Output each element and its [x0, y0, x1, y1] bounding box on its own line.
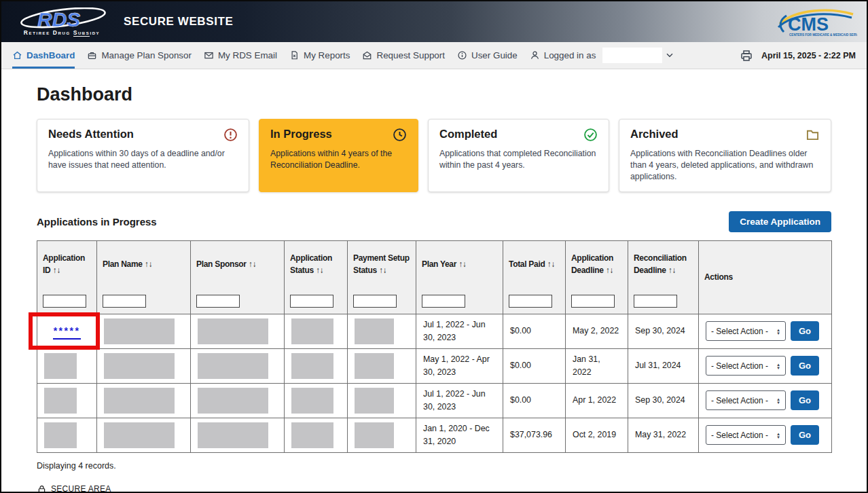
table-row: ***** Jul 1, 2022 - Jun 30, 2023 $0.00 M… [37, 314, 832, 348]
main-navigation: DashBoard Manage Plan Sponsor My RDS Ema… [1, 42, 867, 69]
create-application-button[interactable]: Create Application [729, 211, 831, 232]
column-header-plan-name[interactable]: Plan Name ↑↓ [97, 240, 191, 288]
page-title: Dashboard [37, 84, 831, 105]
main-content: Dashboard Needs Attention Applications w… [1, 69, 867, 493]
go-button[interactable]: Go [791, 321, 819, 341]
filter-cell [566, 288, 628, 314]
plan-name-cell [97, 383, 191, 418]
select-caret-icon: ▲▼ [776, 328, 780, 335]
application-status-cell [285, 314, 348, 348]
sort-icon: ↑↓ [379, 266, 386, 275]
actions-cell: - Select Action -▲▼Go [699, 314, 832, 348]
payment-setup-status-cell [348, 348, 416, 383]
cms-logo-subtitle: CENTERS FOR MEDICARE & MEDICAID SERVICES [789, 33, 857, 37]
nav-item-dashboard[interactable]: DashBoard [12, 42, 75, 69]
action-select[interactable]: - Select Action -▲▼ [706, 425, 786, 445]
current-datetime: April 15, 2025 - 2:22 PM [761, 51, 856, 60]
payment-setup-status-cell [348, 314, 416, 348]
site-label: SECURE WEBSITE [124, 15, 233, 29]
reconciliation-deadline-cell: May 31, 2022 [628, 418, 699, 452]
card-needs-attention[interactable]: Needs Attention Applications within 30 d… [37, 119, 249, 192]
envelope-icon [204, 50, 214, 60]
nav-item-my-reports[interactable]: My Reports [289, 42, 350, 69]
applications-section-header: Applications in Progress Create Applicat… [37, 211, 831, 232]
nav-item-manage-plan-sponsor[interactable]: Manage Plan Sponsor [87, 42, 192, 69]
info-icon [457, 50, 467, 60]
filter-cell [97, 288, 191, 314]
redacted-plan-sponsor [198, 388, 268, 414]
cms-logo: CMS CENTERS FOR MEDICARE & MEDICAID SERV… [773, 6, 857, 37]
filter-input-payment-setup-status[interactable] [353, 295, 397, 308]
filter-input-plan-sponsor[interactable] [196, 295, 240, 308]
filter-input-reconciliation-deadline[interactable] [634, 295, 677, 308]
envelope-open-icon [362, 50, 372, 60]
nav-item-request-support[interactable]: Request Support [362, 42, 445, 69]
payment-setup-status-cell [348, 418, 416, 452]
plan-sponsor-cell [191, 418, 285, 452]
plan-year-cell: Jul 1, 2022 - Jun 30, 2023 [416, 314, 503, 348]
column-header-plan-sponsor[interactable]: Plan Sponsor ↑↓ [191, 240, 285, 288]
total-paid-cell: $0.00 [503, 383, 566, 418]
action-select[interactable]: - Select Action -▲▼ [706, 321, 786, 341]
reconciliation-deadline-cell: Jul 31, 2024 [628, 348, 699, 383]
column-header-reconciliation-deadline[interactable]: Reconciliation Deadline ↑↓ [628, 240, 699, 288]
masthead: RDS Retiree Drug Subsidy SECURE WEBSITE … [1, 1, 867, 42]
filter-input-application-id[interactable] [43, 295, 86, 308]
application-status-cell [285, 418, 348, 452]
select-caret-icon: ▲▼ [776, 363, 780, 369]
application-id-cell [37, 418, 97, 452]
column-header-plan-year[interactable]: Plan Year ↑↓ [416, 240, 503, 288]
nav-item-my-rds-email[interactable]: My RDS Email [204, 42, 277, 69]
filter-input-total-paid[interactable] [509, 295, 552, 308]
card-in-progress[interactable]: In Progress Applications within 4 years … [259, 119, 418, 192]
table-row: Jan 1, 2020 - Dec 31, 2020 $37,073.96 Oc… [37, 418, 832, 452]
go-button[interactable]: Go [791, 390, 819, 410]
redacted-plan-sponsor [198, 318, 268, 344]
filter-input-application-deadline[interactable] [571, 295, 615, 308]
redacted-application-id [44, 388, 77, 414]
section-title: Applications in Progress [37, 216, 157, 227]
column-header-total-paid[interactable]: Total Paid ↑↓ [503, 240, 566, 288]
redacted-application-status [291, 353, 333, 379]
card-completed[interactable]: Completed Applications that completed Re… [428, 119, 609, 192]
go-button[interactable]: Go [791, 356, 819, 376]
plan-year-cell: Jul 1, 2022 - Jun 30, 2023 [416, 383, 503, 418]
logged-in-username-redacted[interactable] [602, 48, 662, 63]
rds-logo-icon: RDS [14, 7, 109, 32]
column-header-application-id[interactable]: Application ID ↑↓ [37, 240, 97, 288]
redacted-application-id [44, 353, 77, 379]
column-header-actions: Actions [699, 240, 832, 314]
total-paid-cell: $37,073.96 [503, 418, 566, 452]
redacted-application-id [44, 422, 77, 448]
redacted-plan-sponsor [198, 422, 268, 448]
redacted-plan-name [104, 422, 175, 448]
plan-name-cell [97, 418, 191, 452]
application-id-link[interactable]: ***** [53, 325, 82, 340]
check-circle-icon [583, 128, 598, 142]
redacted-application-status [291, 422, 333, 448]
filter-cell [628, 288, 699, 314]
redacted-application-status [291, 318, 333, 344]
filter-input-plan-year[interactable] [422, 295, 465, 308]
status-cards: Needs Attention Applications within 30 d… [37, 119, 831, 192]
nav-item-user-guide[interactable]: User Guide [457, 42, 518, 69]
clock-icon [393, 128, 407, 142]
logged-in-dropdown[interactable]: Logged in as [530, 42, 674, 69]
action-select[interactable]: - Select Action -▲▼ [706, 390, 786, 410]
redacted-payment-setup-status [355, 353, 394, 379]
application-deadline-cell: Jan 31, 2022 [566, 348, 628, 383]
plan-year-cell: Jan 1, 2020 - Dec 31, 2020 [416, 418, 503, 452]
filter-input-plan-name[interactable] [103, 295, 146, 308]
card-archived[interactable]: Archived Applications with Reconciliatio… [619, 119, 831, 192]
column-header-application-status[interactable]: Application Status ↑↓ [285, 240, 348, 288]
action-select[interactable]: - Select Action -▲▼ [706, 356, 786, 376]
column-header-application-deadline[interactable]: Application Deadline ↑↓ [566, 240, 628, 288]
go-button[interactable]: Go [791, 425, 819, 445]
plan-name-cell [97, 348, 191, 383]
filter-input-application-status[interactable] [290, 295, 333, 308]
svg-text:RDS: RDS [37, 8, 80, 31]
print-icon[interactable] [740, 49, 753, 62]
column-header-payment-setup-status[interactable]: Payment Setup Status ↑↓ [348, 240, 416, 288]
sort-icon: ↑↓ [249, 259, 256, 269]
application-status-cell [285, 383, 348, 418]
